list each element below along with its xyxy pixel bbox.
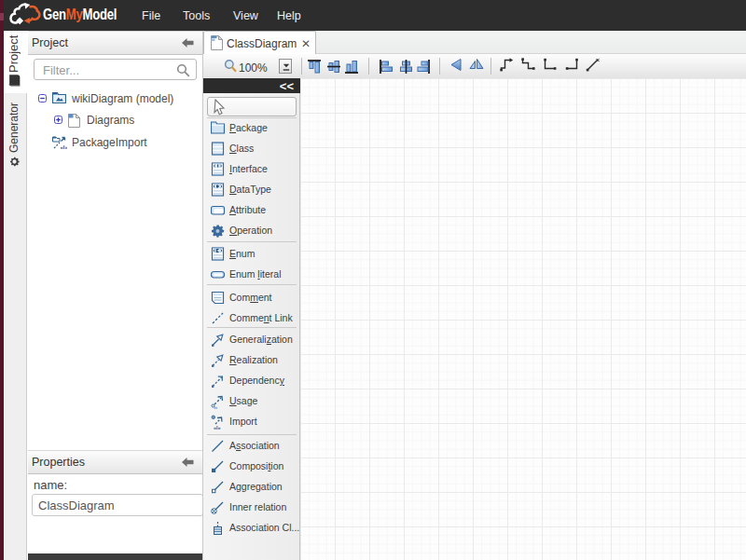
svg-text:«I»: «I» <box>214 425 221 430</box>
svg-text:‹›: ‹› <box>214 404 218 410</box>
svg-text:«I»: «I» <box>61 144 68 150</box>
